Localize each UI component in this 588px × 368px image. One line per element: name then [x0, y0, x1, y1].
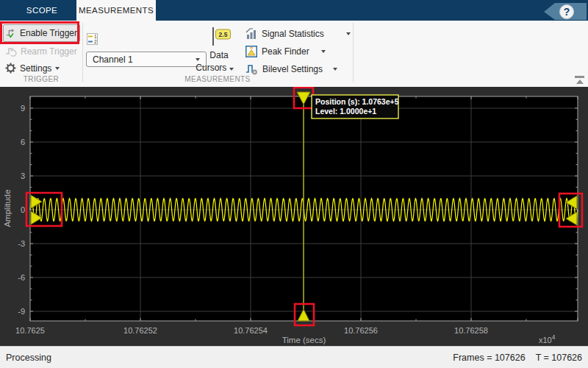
y-tick-label: 3 — [21, 171, 25, 180]
y-tick-label: 0 — [21, 205, 25, 214]
x-tick-label: 10.76256 — [344, 326, 378, 335]
y-tick-label: -6 — [18, 273, 25, 282]
group-separator — [82, 23, 83, 82]
status-message: Processing — [6, 353, 51, 363]
data-cursors-button[interactable]: Data — [200, 50, 238, 60]
signal-statistics-label: Signal Statistics — [262, 29, 324, 39]
enable-trigger-label: Enable Trigger — [20, 28, 77, 38]
settings-label: Settings — [20, 63, 51, 74]
trigger-tooltip-level: Level: 1.0000e+1 — [315, 107, 376, 116]
rearm-trigger-label: Rearm Trigger — [21, 46, 77, 57]
x-tick-label: 10.7625 — [15, 326, 45, 335]
help-icon: ? — [544, 2, 587, 20]
rearm-trigger-button[interactable]: Rearm Trigger — [5, 46, 77, 57]
tab-scope[interactable]: SCOPE — [18, 0, 65, 21]
peak-finder-label: Peak Finder — [262, 46, 309, 57]
y-tick-label: -9 — [18, 307, 25, 316]
channel-select[interactable]: Channel 1 — [86, 52, 207, 67]
status-time: T = 107626 — [536, 353, 582, 363]
data-cursors-label-1: Data — [209, 50, 228, 60]
rearm-trigger-icon — [5, 46, 17, 57]
x-tick-label: 10.76254 — [234, 326, 268, 335]
peak-finder-icon — [245, 46, 257, 57]
data-cursors-label-2: Cursors — [196, 63, 226, 73]
status-bar: Processing Frames = 107626 T = 107626 — [0, 346, 588, 368]
group-separator-2 — [353, 23, 354, 82]
enable-trigger-button[interactable]: Enable Trigger — [3, 24, 80, 42]
channel-icon: 1 2 — [87, 33, 98, 45]
gear-icon — [5, 63, 16, 74]
svg-text:2: 2 — [94, 39, 97, 44]
help-button[interactable]: ? — [544, 2, 587, 20]
signal-statistics-caret-down-icon — [346, 32, 351, 35]
x-tick-label: 10.76258 — [454, 326, 488, 335]
y-axis-title: Amplitude — [3, 189, 12, 227]
help-glyph: ? — [564, 6, 570, 18]
scope-window: SCOPE MEASUREMENTS ? Enable Trigger — [0, 0, 588, 368]
settings-button[interactable]: Settings — [5, 63, 60, 74]
y-tick-label: 9 — [21, 104, 25, 113]
tab-measurements[interactable]: MEASUREMENTS — [76, 0, 156, 21]
toolstrip-body: Enable Trigger Rearm Trigger — [0, 21, 588, 87]
bilevel-settings-icon — [245, 63, 258, 75]
scope-plot: 9630-3-6-910.762510.7625210.7625410.7625… — [0, 87, 588, 346]
signal-statistics-button[interactable]: Signal Statistics — [245, 28, 351, 40]
signal-statistics-icon — [245, 28, 257, 40]
x-axis-multiplier: x104 — [539, 333, 556, 344]
data-cursor-badge: 2.5 — [219, 31, 228, 38]
x-tick-label: 10.76252 — [123, 326, 157, 335]
data-cursors-caret-down-icon — [229, 68, 234, 71]
bilevel-settings-caret-down-icon — [333, 68, 337, 71]
channel-select-value: Channel 1 — [93, 54, 133, 65]
scope-display: 9630-3-6-910.762510.7625210.7625410.7625… — [0, 87, 588, 346]
collapse-toolbar-icon[interactable] — [574, 76, 585, 85]
data-cursor-icon: 2.5 — [211, 26, 232, 46]
toolstrip-header: SCOPE MEASUREMENTS ? — [0, 0, 588, 21]
bilevel-settings-button[interactable]: Bilevel Settings — [245, 63, 337, 75]
peak-finder-caret-down-icon — [321, 50, 326, 53]
trigger-group-label: TRIGGER — [0, 75, 82, 85]
settings-caret-down-icon — [55, 67, 60, 70]
peak-finder-button[interactable]: Peak Finder — [245, 46, 326, 57]
svg-text:1: 1 — [94, 34, 97, 39]
y-tick-label: 6 — [21, 138, 25, 146]
measurements-group-label: MEASUREMENTS — [82, 75, 353, 85]
enable-trigger-icon — [6, 27, 16, 39]
x-axis-title: Time (secs) — [282, 336, 326, 344]
bilevel-settings-label: Bilevel Settings — [262, 64, 323, 74]
trigger-tooltip-position: Position (s): 1.0763e+5 — [315, 97, 399, 106]
y-tick-label: -3 — [18, 239, 25, 248]
status-frames: Frames = 107626 — [453, 353, 525, 363]
data-cursors-button-line2[interactable]: Cursors — [190, 63, 240, 73]
